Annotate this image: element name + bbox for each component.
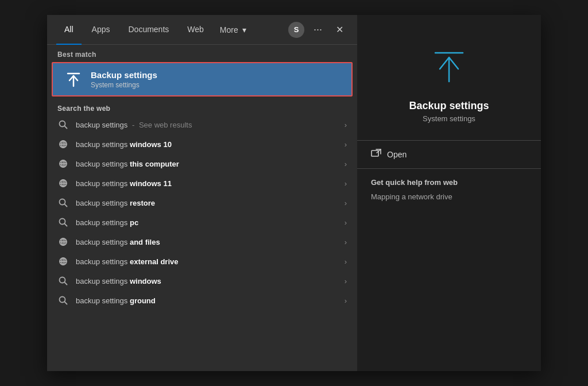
svg-line-3 — [64, 126, 67, 128]
help-section: Get quick help from web Mapping a networ… — [357, 169, 541, 211]
result-item[interactable]: backup settings this computer› — [47, 154, 357, 173]
result-item[interactable]: backup settings restore› — [47, 193, 357, 213]
svg-rect-34 — [372, 150, 378, 156]
app-detail-name: Backup settings — [409, 100, 489, 112]
result-text: backup settings and files — [76, 238, 345, 246]
result-arrow-icon: › — [345, 296, 347, 305]
left-panel: All Apps Documents Web More ▾ S ··· ✕ Be… — [47, 15, 357, 371]
result-item[interactable]: backup settings - See web results› — [47, 115, 357, 134]
result-text: backup settings - See web results — [76, 121, 345, 129]
help-item-mapping[interactable]: Mapping a network drive — [371, 191, 527, 202]
tab-documents[interactable]: Documents — [120, 15, 177, 45]
result-item[interactable]: backup settings and files› — [47, 232, 357, 252]
open-label: Open — [387, 150, 407, 159]
web-section-label: Search the web — [47, 100, 357, 115]
result-arrow-icon: › — [345, 199, 347, 207]
globe-icon — [57, 256, 69, 267]
tab-web[interactable]: Web — [179, 15, 212, 45]
right-panel: Backup settings System settings Open Get… — [357, 15, 541, 371]
app-detail-type: System settings — [423, 114, 475, 123]
result-item[interactable]: backup settings windows 11› — [47, 173, 357, 193]
best-match-app-icon — [63, 69, 84, 90]
result-arrow-icon: › — [345, 257, 347, 266]
result-item[interactable]: backup settings external drive› — [47, 252, 357, 271]
best-match-label: Best match — [47, 45, 357, 62]
open-action[interactable]: Open — [357, 141, 541, 168]
result-item[interactable]: backup settings windows 10› — [47, 134, 357, 154]
svg-line-29 — [64, 282, 67, 284]
results-list: backup settings - See web results› backu… — [47, 115, 357, 310]
tab-group-right: S ··· ✕ — [288, 21, 348, 38]
app-large-icon — [426, 44, 472, 90]
result-arrow-icon: › — [345, 179, 347, 188]
result-arrow-icon: › — [345, 238, 347, 246]
svg-line-17 — [64, 204, 67, 206]
tab-group-left: All Apps Documents Web More ▾ — [56, 15, 252, 45]
tab-bar: All Apps Documents Web More ▾ S ··· ✕ — [47, 15, 357, 45]
search-icon — [57, 295, 69, 306]
tab-all[interactable]: All — [56, 15, 82, 45]
search-icon — [57, 217, 69, 228]
search-panel: All Apps Documents Web More ▾ S ··· ✕ Be… — [47, 15, 541, 371]
close-button[interactable]: ✕ — [331, 22, 348, 37]
result-item[interactable]: backup settings pc› — [47, 213, 357, 232]
search-icon — [57, 275, 69, 287]
result-arrow-icon: › — [345, 218, 347, 227]
svg-line-31 — [64, 302, 67, 304]
svg-line-19 — [64, 223, 67, 226]
globe-icon — [57, 138, 69, 150]
result-text: backup settings windows 11 — [76, 179, 345, 188]
tab-apps[interactable]: Apps — [84, 15, 118, 45]
avatar[interactable]: S — [288, 22, 304, 38]
result-arrow-icon: › — [345, 121, 347, 129]
result-text: backup settings windows — [76, 277, 345, 285]
result-item[interactable]: backup settings ground› — [47, 291, 357, 310]
result-text: backup settings ground — [76, 296, 345, 305]
search-icon — [57, 197, 69, 209]
best-match-text-group: Backup settings System settings — [91, 70, 157, 89]
globe-icon — [57, 177, 69, 189]
best-match-title: Backup settings — [91, 70, 157, 80]
tab-more[interactable]: More ▾ — [214, 15, 252, 45]
result-item[interactable]: backup settings windows› — [47, 271, 357, 291]
result-text: backup settings this computer — [76, 160, 345, 168]
app-detail-top: Backup settings System settings — [357, 15, 541, 140]
best-match-result[interactable]: Backup settings System settings — [52, 62, 353, 96]
search-icon — [57, 119, 69, 130]
result-text: backup settings external drive — [76, 257, 345, 266]
open-icon — [371, 149, 381, 160]
result-arrow-icon: › — [345, 140, 347, 149]
result-arrow-icon: › — [345, 160, 347, 168]
result-text: backup settings pc — [76, 218, 345, 227]
help-title: Get quick help from web — [371, 178, 527, 187]
result-text: backup settings windows 10 — [76, 140, 345, 149]
result-text: backup settings restore — [76, 199, 345, 207]
more-options-button[interactable]: ··· — [309, 21, 327, 38]
result-arrow-icon: › — [345, 277, 347, 285]
globe-icon — [57, 158, 69, 169]
globe-icon — [57, 236, 69, 248]
best-match-subtitle: System settings — [91, 81, 157, 89]
